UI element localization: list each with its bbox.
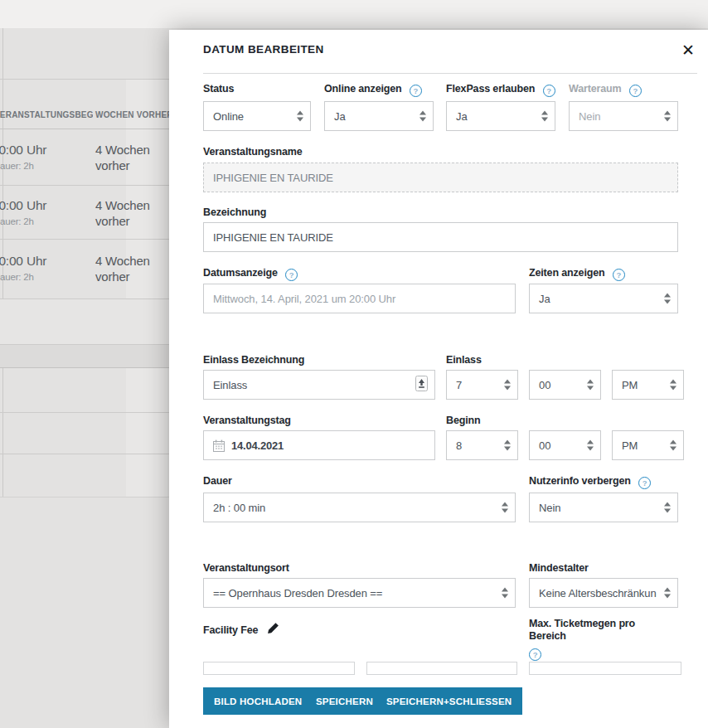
select-value: Keine Altersbeschränkun — [539, 587, 657, 599]
label-text: Status — [203, 83, 234, 95]
select-arrows-icon — [670, 380, 676, 391]
edit-pencil-icon[interactable] — [267, 625, 279, 637]
background-events-table: VERANSTALTUNGSBEGINN WOCHEN VORHER 20:00… — [0, 28, 169, 728]
facility-fee-input-2[interactable] — [366, 662, 517, 675]
row-divider — [0, 185, 169, 186]
text-insert-icon — [415, 376, 428, 394]
label-text: Dauer — [203, 475, 232, 487]
dauer-select[interactable]: 2h : 00 min — [203, 493, 516, 522]
calendar-icon — [213, 439, 225, 452]
select-value: 7 — [456, 379, 462, 391]
beginn-hour-select[interactable]: 8 — [446, 430, 518, 460]
bezeichnung-label: Bezeichnung — [203, 206, 266, 218]
row-divider — [0, 367, 169, 368]
help-icon[interactable]: ? — [613, 269, 625, 281]
label-text: Veranstaltungsort — [203, 562, 289, 574]
select-value: == Opernhaus Dresden Dresden == — [213, 587, 382, 599]
event-time: 20:00 Uhr — [0, 143, 46, 158]
warteraum-label: Warteraum ? — [569, 82, 642, 97]
help-icon[interactable]: ? — [638, 477, 651, 489]
label-text: Online anzeigen — [324, 83, 402, 95]
flexpass-label: FlexPass erlauben ? — [446, 82, 555, 97]
nutzerinfo-label: Nutzerinfo verbergen ? — [529, 474, 651, 489]
select-value: Ja — [456, 110, 468, 123]
label-text: Bezeichnung — [203, 206, 266, 218]
row-divider — [0, 454, 169, 454]
beginn-label: Beginn — [446, 414, 480, 426]
row-divider — [0, 239, 169, 240]
select-arrows-icon — [502, 502, 508, 513]
help-icon[interactable]: ? — [529, 648, 541, 661]
beginn-minute-select[interactable]: 00 — [529, 430, 601, 460]
select-arrows-icon — [297, 111, 303, 122]
help-icon[interactable]: ? — [629, 85, 642, 97]
veranstaltungsort-label: Veranstaltungsort — [203, 561, 289, 574]
veranstaltungsort-select[interactable]: == Opernhaus Dresden Dresden == — [203, 578, 516, 608]
einlass-bezeichnung-label: Einlass Bezeichnung — [203, 353, 304, 366]
event-time: 20:00 Uhr — [0, 198, 46, 213]
einlass-bezeichnung-input[interactable]: Einlass — [203, 370, 435, 400]
einlass-minute-select[interactable]: 00 — [529, 370, 601, 400]
mindestalter-select[interactable]: Keine Altersbeschränkun — [529, 578, 678, 608]
event-duration: Dauer: 2h — [0, 161, 34, 171]
select-arrows-icon — [504, 440, 511, 451]
speichern-button[interactable]: SPEICHERN — [305, 687, 384, 715]
warteraum-select[interactable]: Nein — [569, 101, 678, 131]
label-text: Max. Ticketmegen pro Bereich — [529, 618, 635, 642]
nutzerinfo-select[interactable]: Nein — [529, 493, 678, 522]
einlass-hour-select[interactable]: 7 — [446, 370, 518, 400]
flexpass-select[interactable]: Ja — [446, 101, 555, 131]
select-value: 2h : 00 min — [213, 502, 265, 514]
select-value: Ja — [539, 293, 550, 305]
close-icon[interactable]: ✕ — [676, 38, 700, 61]
zeiten-anzeigen-label: Zeiten anzeigen ? — [529, 266, 625, 281]
row-divider — [0, 497, 169, 497]
max-ticketmenge-input[interactable] — [529, 662, 681, 675]
select-value: PM — [622, 379, 638, 391]
label-text: Zeiten anzeigen — [529, 267, 605, 279]
help-icon[interactable]: ? — [543, 85, 555, 97]
max-ticketmenge-label: Max. Ticketmegen pro Bereich ? — [529, 618, 662, 661]
event-duration: Dauer: 2h — [0, 272, 34, 282]
select-value: 00 — [539, 379, 550, 391]
help-icon[interactable]: ? — [285, 269, 298, 281]
edit-date-modal: DATUM BEARBEITEN ✕ Status Online Online … — [169, 30, 708, 728]
label-text: Mindestalter — [529, 562, 589, 574]
row-divider — [0, 412, 169, 413]
facility-fee-label: Facility Fee — [203, 622, 279, 637]
status-select[interactable]: Online — [203, 101, 311, 131]
facility-fee-input-1[interactable] — [203, 662, 355, 675]
table-top-divider — [0, 79, 169, 80]
label-text: Einlass — [446, 354, 482, 366]
select-arrows-icon — [502, 588, 508, 599]
select-arrows-icon — [670, 440, 676, 451]
help-icon[interactable]: ? — [410, 85, 422, 97]
einlass-label: Einlass — [446, 353, 482, 366]
select-arrows-icon — [587, 440, 594, 451]
select-value: Ja — [334, 110, 346, 123]
select-value: PM — [622, 439, 638, 452]
bezeichnung-input[interactable] — [203, 222, 678, 252]
einlass-meridiem-select[interactable]: PM — [612, 370, 684, 400]
modal-title: DATUM BEARBEITEN — [203, 43, 324, 56]
beginn-meridiem-select[interactable]: PM — [612, 430, 684, 460]
label-text: Warteraum — [569, 83, 621, 95]
datumsanzeige-label: Datumsanzeige ? — [203, 266, 298, 281]
veranstaltungstag-input[interactable]: 14.04.2021 — [203, 430, 435, 460]
select-value: Nein — [539, 502, 560, 514]
column-header-veranstaltungsbeginn: VERANSTALTUNGSBEGINN — [0, 110, 93, 119]
screen: VERANSTALTUNGSBEGINN WOCHEN VORHER 20:00… — [0, 0, 708, 728]
select-value: Online — [213, 110, 244, 123]
speichern-schliessen-button[interactable]: SPEICHERN+SCHLIESSEN — [376, 687, 522, 715]
datumsanzeige-input[interactable] — [203, 284, 516, 313]
bild-hochladen-button[interactable]: BILD HOCHLADEN — [203, 687, 313, 715]
select-arrows-icon — [664, 502, 671, 513]
empty-table-row — [0, 299, 169, 344]
event-time: 20:00 Uhr — [0, 254, 46, 269]
input-value: Einlass — [213, 379, 247, 391]
online-anzeigen-select[interactable]: Ja — [324, 101, 434, 131]
zeiten-anzeigen-select[interactable]: Ja — [529, 284, 678, 313]
veranstaltungstag-label: Veranstaltungstag — [203, 414, 291, 426]
empty-table-row — [0, 345, 169, 367]
input-value: 14.04.2021 — [231, 439, 284, 452]
